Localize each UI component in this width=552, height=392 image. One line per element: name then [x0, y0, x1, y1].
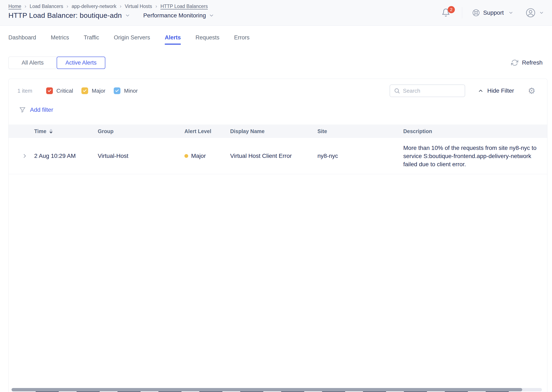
check-icon: [83, 89, 87, 93]
search-input[interactable]: [403, 88, 461, 94]
notification-badge: 2: [448, 6, 455, 13]
major-label: Major: [92, 88, 105, 94]
check-icon: [47, 89, 52, 93]
tab-dashboard[interactable]: Dashboard: [8, 34, 36, 45]
column-header-group[interactable]: Group: [98, 128, 184, 134]
cell-description: More than 10% of the requests from site …: [403, 144, 547, 168]
funnel-icon: [19, 106, 26, 113]
account-chevron-down-icon: [539, 10, 544, 15]
table-settings-button[interactable]: ⚙: [528, 87, 535, 95]
page-title: HTTP Load Balancer: boutique-adn: [8, 11, 122, 20]
chevron-right-icon: [22, 153, 28, 159]
hide-filter-button[interactable]: Hide Filter: [478, 87, 514, 94]
alerts-scope-toggle: All Alerts Active Alerts: [8, 56, 105, 69]
cell-display-name: Virtual Host Client Error: [230, 153, 317, 159]
column-header-time[interactable]: Time: [34, 128, 98, 134]
tab-origin-servers[interactable]: Origin Servers: [114, 34, 150, 45]
column-header-alert-level[interactable]: Alert Level: [184, 128, 230, 134]
breadcrumb-separator-icon: ›: [25, 3, 26, 9]
major-checkbox[interactable]: [81, 87, 88, 94]
notifications-button[interactable]: 2: [441, 8, 451, 18]
tab-alerts[interactable]: Alerts: [165, 34, 181, 45]
view-selector-chevron-down-icon: [209, 13, 214, 18]
severity-filter-major[interactable]: Major: [81, 87, 105, 94]
active-alerts-button[interactable]: Active Alerts: [57, 56, 105, 69]
breadcrumb-separator-icon: ›: [66, 3, 68, 9]
breadcrumb-namespace[interactable]: app-delivery-network: [72, 4, 116, 9]
tab-metrics[interactable]: Metrics: [51, 34, 69, 45]
chevron-up-icon: [478, 88, 484, 94]
refresh-button[interactable]: Refresh: [511, 59, 543, 66]
title-chevron-down-icon[interactable]: [125, 13, 130, 18]
column-time-label: Time: [34, 128, 46, 134]
check-icon: [115, 89, 119, 93]
hide-filter-label: Hide Filter: [487, 87, 514, 94]
alerts-table: Time Group Alert Level Display Name Site…: [9, 125, 547, 174]
page-tabs: Dashboard Metrics Traffic Origin Servers…: [8, 34, 250, 45]
critical-label: Critical: [57, 88, 73, 94]
breadcrumb-virtual-hosts[interactable]: Virtual Hosts: [125, 4, 152, 9]
search-icon: [394, 88, 400, 94]
table-header-row: Time Group Alert Level Display Name Site…: [9, 125, 547, 138]
severity-filter-critical[interactable]: Critical: [46, 87, 73, 94]
breadcrumb-separator-icon: ›: [120, 3, 122, 9]
account-menu[interactable]: [526, 8, 544, 18]
view-selector[interactable]: Performance Monitoring: [143, 12, 215, 19]
all-alerts-button[interactable]: All Alerts: [8, 56, 57, 69]
breadcrumb-home[interactable]: Home: [8, 4, 21, 9]
breadcrumb-http-load-balancers[interactable]: HTTP Load Balancers: [160, 4, 208, 9]
column-header-display-name[interactable]: Display Name: [230, 128, 317, 134]
breadcrumb: Home › Load Balancers › app-delivery-net…: [8, 3, 208, 9]
breadcrumb-separator-icon: ›: [156, 3, 157, 9]
app-header: Home › Load Balancers › app-delivery-net…: [0, 0, 552, 26]
cell-group: Virtual-Host: [98, 153, 184, 159]
tab-errors[interactable]: Errors: [234, 34, 250, 45]
add-filter-label: Add filter: [30, 106, 53, 113]
life-buoy-icon: [472, 9, 480, 17]
gear-icon: ⚙: [528, 86, 535, 95]
critical-checkbox[interactable]: [46, 87, 53, 94]
alert-level-label: Major: [191, 153, 206, 159]
sort-descending-icon: [49, 129, 53, 133]
minor-label: Minor: [124, 88, 138, 94]
column-header-site[interactable]: Site: [317, 128, 403, 134]
support-label: Support: [483, 9, 504, 16]
avatar-icon: [526, 8, 536, 18]
refresh-icon: [511, 59, 518, 66]
severity-filter-minor[interactable]: Minor: [114, 87, 138, 94]
filter-bar: 1 item Critical Major Minor: [17, 84, 547, 97]
alerts-panel: 1 item Critical Major Minor: [8, 79, 547, 392]
horizontal-scrollbar-thumb[interactable]: [12, 388, 522, 391]
tab-traffic[interactable]: Traffic: [84, 34, 99, 45]
support-menu[interactable]: Support: [472, 9, 513, 17]
header-divider: [462, 7, 462, 18]
search-box: [390, 84, 465, 97]
add-filter-button[interactable]: Add filter: [19, 106, 53, 113]
table-row[interactable]: 2 Aug 10:29 AM Virtual-Host Major Virtua…: [9, 138, 547, 174]
refresh-label: Refresh: [522, 59, 543, 66]
item-count: 1 item: [17, 88, 32, 94]
support-chevron-down-icon: [508, 10, 513, 15]
cell-alert-level: Major: [184, 153, 230, 159]
tab-requests[interactable]: Requests: [195, 34, 219, 45]
major-severity-dot-icon: [184, 154, 188, 158]
cell-site: ny8-nyc: [317, 153, 403, 159]
breadcrumb-load-balancers[interactable]: Load Balancers: [29, 4, 63, 9]
minor-checkbox[interactable]: [114, 87, 121, 94]
column-header-description[interactable]: Description: [403, 128, 547, 134]
cell-time: 2 Aug 10:29 AM: [34, 153, 98, 159]
row-expander-button[interactable]: [9, 153, 34, 159]
view-selector-label: Performance Monitoring: [143, 12, 206, 19]
